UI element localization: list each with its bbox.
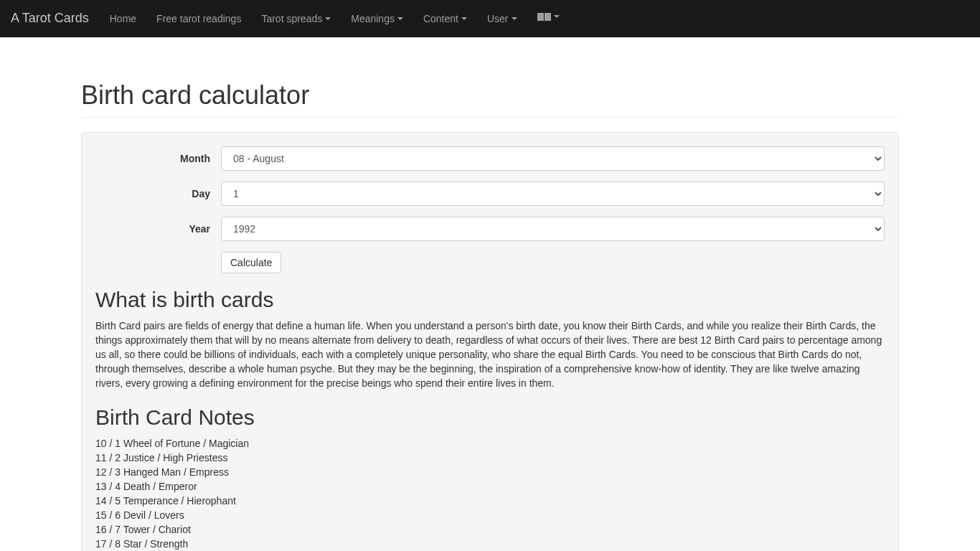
note-item: 11 / 2 Justice / High Priestess bbox=[95, 451, 885, 466]
note-item: 17 / 8 Star / Strength bbox=[95, 537, 885, 551]
nav-language[interactable] bbox=[527, 2, 570, 32]
page-header: Birth card calculator bbox=[81, 52, 899, 118]
chevron-down-icon bbox=[554, 15, 560, 18]
notes-heading: Birth Card Notes bbox=[95, 405, 885, 430]
nav-meanings[interactable]: Meanings bbox=[341, 2, 413, 35]
language-icon bbox=[537, 13, 551, 21]
note-item: 16 / 7 Tower / Chariot bbox=[95, 523, 885, 537]
nav-label: Meanings bbox=[351, 13, 395, 24]
nav-list: Home Free tarot readings Tarot spreads M… bbox=[100, 2, 570, 35]
chevron-down-icon bbox=[461, 17, 467, 20]
nav-tarot-spreads[interactable]: Tarot spreads bbox=[251, 2, 341, 35]
year-select[interactable]: 1992 bbox=[221, 217, 885, 241]
nav-home[interactable]: Home bbox=[100, 2, 146, 35]
chevron-down-icon bbox=[512, 17, 517, 20]
chevron-down-icon bbox=[325, 17, 331, 20]
top-navbar: A Tarot Cards Home Free tarot readings T… bbox=[0, 0, 980, 37]
nav-label: User bbox=[487, 13, 509, 24]
note-item: 10 / 1 Wheel of Fortune / Magician bbox=[95, 437, 885, 451]
month-label: Month bbox=[95, 153, 221, 164]
note-item: 12 / 3 Hanged Man / Empress bbox=[95, 466, 885, 480]
month-select[interactable]: 08 - August bbox=[221, 146, 885, 171]
note-item: 14 / 5 Temperance / Hierophant bbox=[95, 494, 885, 509]
day-label: Day bbox=[95, 188, 221, 199]
notes-list: 10 / 1 Wheel of Fortune / Magician11 / 2… bbox=[95, 437, 885, 551]
day-select[interactable]: 1 bbox=[221, 182, 885, 206]
brand-link[interactable]: A Tarot Cards bbox=[11, 0, 100, 37]
nav-user[interactable]: User bbox=[477, 2, 527, 35]
nav-label: Content bbox=[423, 13, 458, 24]
nav-label: Tarot spreads bbox=[261, 13, 322, 24]
chevron-down-icon bbox=[397, 17, 403, 20]
what-is-heading: What is birth cards bbox=[95, 288, 885, 312]
calculate-button[interactable]: Calculate bbox=[221, 252, 281, 273]
note-item: 13 / 4 Death / Emperor bbox=[95, 480, 885, 494]
calculator-panel: Month 08 - August Day 1 Year 1992 bbox=[81, 132, 899, 551]
nav-content[interactable]: Content bbox=[413, 2, 477, 35]
note-item: 15 / 6 Devil / Lovers bbox=[95, 509, 885, 523]
page-title: Birth card calculator bbox=[81, 80, 899, 110]
nav-free-readings[interactable]: Free tarot readings bbox=[146, 2, 251, 35]
year-label: Year bbox=[95, 223, 221, 235]
what-is-body: Birth Card pairs are fields of energy th… bbox=[95, 319, 885, 391]
